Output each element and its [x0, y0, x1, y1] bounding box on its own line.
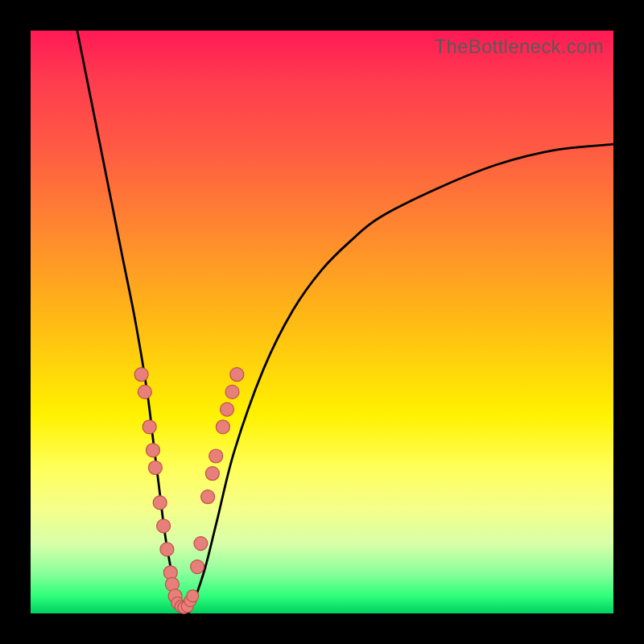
chart-frame: TheBottleneck.com	[0, 0, 644, 644]
data-point-dot	[225, 385, 239, 398]
data-point-dot	[216, 420, 229, 434]
data-point-dot	[148, 461, 162, 475]
bottleneck-curve	[31, 31, 613, 613]
data-point-dot	[142, 420, 156, 434]
data-point-dot	[201, 490, 215, 504]
data-point-dot	[194, 537, 208, 551]
data-point-dot	[147, 444, 160, 457]
data-point-dot	[157, 519, 171, 533]
data-point-dot	[187, 590, 199, 602]
data-point-dot	[230, 368, 244, 382]
plot-area: TheBottleneck.com	[31, 31, 613, 613]
data-point-dot	[153, 496, 167, 510]
data-point-dot	[138, 385, 151, 398]
data-point-dot	[221, 402, 234, 416]
data-point-dot	[134, 368, 148, 382]
data-point-dot	[209, 449, 223, 463]
data-point-dot	[160, 543, 174, 556]
data-point-dot	[191, 560, 204, 574]
data-point-dot	[205, 467, 219, 481]
